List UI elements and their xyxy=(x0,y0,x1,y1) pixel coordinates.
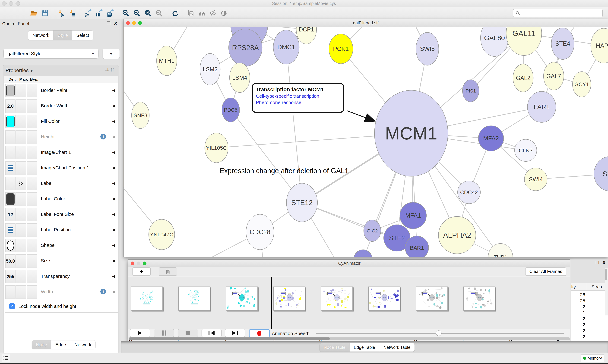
pause-button[interactable] xyxy=(154,329,174,337)
node-HAP2[interactable]: HAP2 xyxy=(591,28,608,63)
expand-row-icon[interactable]: ◀ xyxy=(112,181,115,186)
annotation-link-2[interactable]: Pheromone response xyxy=(256,100,340,105)
tab-node-table[interactable]: Node Table xyxy=(320,343,349,351)
network-window-titlebar[interactable]: galFiltered.sif xyxy=(124,19,608,27)
network-canvas[interactable]: RPS28BDCP1RPS28ADMC1PCK1MTH1LSM2LSM4SNF3… xyxy=(124,27,608,257)
node-BAR1[interactable]: BAR1 xyxy=(405,236,428,257)
hscroll-thumb[interactable] xyxy=(129,338,330,340)
stop-button[interactable] xyxy=(178,329,198,337)
property-row-size[interactable]: 50.0Size◀ xyxy=(4,253,118,269)
node-RPS28A[interactable]: RPS28A xyxy=(229,29,262,66)
property-row-border-paint[interactable]: Border Paint◀ xyxy=(4,83,118,99)
mcm1-annotation[interactable]: Transcription factor MCM1 Cell-type-spec… xyxy=(252,83,344,113)
tab-edge-table[interactable]: Edge Table xyxy=(349,343,379,351)
expand-all-icon[interactable]: ⮇ xyxy=(105,67,110,72)
node-SWI5[interactable]: SWI5 xyxy=(416,32,439,65)
lock-node-size-checkbox[interactable]: ✓ xyxy=(9,303,15,309)
property-row-image-chart-position-1[interactable]: Image/Chart Position 1◀ xyxy=(4,160,118,176)
tab-style[interactable]: Style xyxy=(53,30,72,40)
frame-thumbnail-2[interactable] xyxy=(178,286,210,311)
node-PCK1[interactable]: PCK1 xyxy=(329,34,353,64)
node-STE12[interactable]: STE12 xyxy=(286,183,318,222)
expand-row-icon[interactable]: ◀ xyxy=(112,196,115,201)
animation-speed-knob[interactable] xyxy=(436,330,442,336)
tab-select[interactable]: Select xyxy=(72,30,93,40)
node-YIL105C[interactable]: YIL105C xyxy=(205,133,228,163)
node-NODE_B[interactable] xyxy=(354,250,373,257)
task-history-button[interactable] xyxy=(1,354,10,362)
frame-thumbnail-8[interactable]: MCM1 xyxy=(463,286,495,311)
node-SNF3[interactable]: SNF3 xyxy=(132,102,149,129)
node-GAL7[interactable]: GAL7 xyxy=(544,62,564,90)
property-row-border-width[interactable]: 2.0Border Width◀ xyxy=(4,98,118,114)
node-PDC5[interactable]: PDC5 xyxy=(222,98,240,122)
go-to-end-button[interactable] xyxy=(225,329,245,337)
first-neighbors-icon[interactable] xyxy=(197,9,207,18)
close-panel-icon[interactable]: ✘ xyxy=(602,260,606,265)
clear-all-frames-button[interactable]: Clear All Frames xyxy=(525,267,566,276)
float-panel-icon[interactable]: ❒ xyxy=(107,21,111,26)
node-LSM4[interactable]: LSM4 xyxy=(230,63,250,92)
node-MFA1[interactable]: MFA1 xyxy=(400,202,426,229)
node-GCY1[interactable]: GCY1 xyxy=(573,72,591,97)
info-icon[interactable]: i xyxy=(100,134,106,140)
node-PIS1[interactable]: PIS1 xyxy=(462,80,479,102)
expand-row-icon[interactable]: ◀ xyxy=(112,104,115,108)
timeline-hscrollbar[interactable] xyxy=(129,338,570,340)
cyanimator-titlebar[interactable]: CyAnimator xyxy=(128,260,571,267)
expand-row-icon[interactable]: ◀ xyxy=(112,134,115,139)
node-CDC42[interactable]: CDC42 xyxy=(457,181,480,204)
close-panel-icon[interactable]: ✘ xyxy=(114,21,117,26)
expand-row-icon[interactable]: ◀ xyxy=(112,165,115,170)
node-ALPHA2[interactable]: ALPHA2 xyxy=(438,217,476,254)
property-row-width[interactable]: Widthi◀ xyxy=(4,284,118,300)
node-YNL047C[interactable]: YNL047C xyxy=(149,219,175,250)
show-details-icon[interactable] xyxy=(220,9,229,18)
collapse-all-icon[interactable]: ⮅ xyxy=(110,67,116,72)
clone-network-icon[interactable] xyxy=(186,9,195,18)
export-table-icon[interactable] xyxy=(94,9,104,18)
import-table-icon[interactable] xyxy=(68,9,77,18)
property-row-transparency[interactable]: 255Transparency◀ xyxy=(4,269,118,285)
node-CLN3[interactable]: CLN3 xyxy=(515,139,537,161)
expand-row-icon[interactable]: ◀ xyxy=(112,227,115,232)
refresh-icon[interactable] xyxy=(170,9,180,18)
style-selector[interactable]: galFiltered Style ▼ xyxy=(3,49,98,59)
node-SWI4[interactable]: SWI4 xyxy=(525,168,547,191)
expand-row-icon[interactable]: ◀ xyxy=(112,150,115,155)
col-stress[interactable]: Stres xyxy=(592,285,602,289)
frame-thumbnail-1[interactable] xyxy=(131,286,163,311)
timeline-playhead[interactable] xyxy=(271,277,272,330)
annotation-link-1[interactable]: Cell-type-specific transcription xyxy=(256,93,340,99)
import-network-icon[interactable] xyxy=(56,9,66,18)
add-frame-button[interactable]: + xyxy=(133,267,151,276)
expand-row-icon[interactable]: ◀ xyxy=(112,212,115,217)
property-row-image-chart-1[interactable]: Image/Chart 1◀ xyxy=(4,145,118,160)
tab-edge[interactable]: Edge xyxy=(51,340,70,349)
style-options-button[interactable]: ▼ xyxy=(103,49,120,59)
zoom-in-icon[interactable] xyxy=(121,9,130,18)
expand-row-icon[interactable]: ◀ xyxy=(112,289,115,294)
float-panel-icon[interactable]: ❒ xyxy=(595,260,599,265)
tab-network-table[interactable]: Network Table xyxy=(379,343,415,351)
node-GIC2[interactable]: GIC2 xyxy=(364,220,381,241)
zoom-out-icon[interactable] xyxy=(132,9,141,18)
frame-thumbnail-4[interactable]: MCM1 xyxy=(273,286,305,311)
frame-thumbnail-5[interactable]: MCM1 xyxy=(321,286,353,311)
export-image-icon[interactable] xyxy=(105,9,115,18)
chevron-down-icon[interactable]: ▼ xyxy=(30,69,33,73)
expand-row-icon[interactable]: ◀ xyxy=(112,243,115,248)
property-row-label-position[interactable]: Label Position◀ xyxy=(4,222,118,238)
tab-network-bottom[interactable]: Network xyxy=(70,340,95,349)
record-button[interactable] xyxy=(249,329,270,338)
node-LSM2[interactable]: LSM2 xyxy=(200,53,220,85)
edge-DMC1-STE12[interactable] xyxy=(286,47,302,203)
frame-thumbnail-7[interactable]: MCM1 xyxy=(416,286,448,311)
delete-frame-button[interactable] xyxy=(159,267,177,276)
search-input[interactable] xyxy=(513,9,603,17)
property-row-label-color[interactable]: Label Color◀ xyxy=(4,191,118,207)
node-DMC1[interactable]: DMC1 xyxy=(273,30,299,64)
col-centrality[interactable]: ity xyxy=(571,285,576,289)
results-vscrollbar[interactable] xyxy=(605,268,608,315)
go-to-start-button[interactable] xyxy=(202,329,221,337)
